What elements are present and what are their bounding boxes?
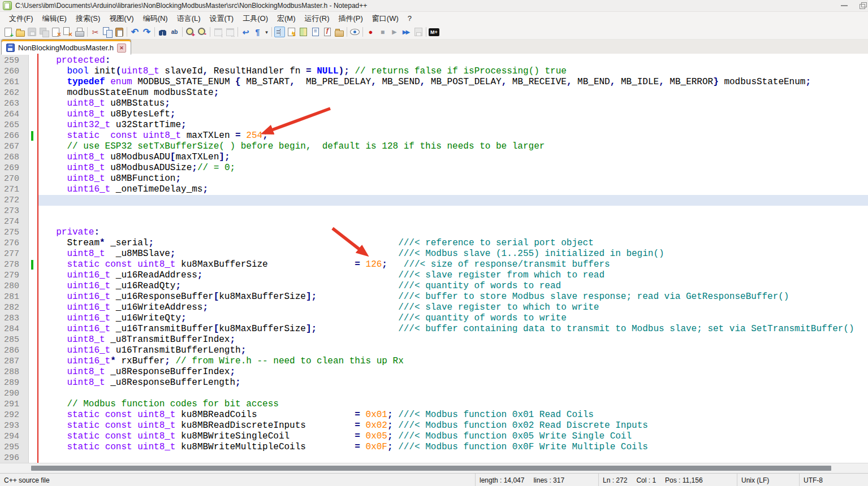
user-defined-language-icon[interactable] [286,27,297,37]
tab-nonblockingmodbusmaster-h[interactable]: NonBlockingModbusMaster.h [1,39,131,55]
marker-margin[interactable] [28,420,37,431]
line-number[interactable]: 269 [0,163,28,173]
marker-margin[interactable] [28,216,37,227]
line-number[interactable]: 287 [0,356,28,367]
line-number[interactable]: 275 [0,227,28,238]
horizontal-scrollbar[interactable] [0,463,868,473]
macro-play-icon[interactable] [389,27,400,37]
function-list-icon[interactable] [322,27,332,37]
code-text[interactable]: protected: [37,55,868,66]
line-number[interactable]: 267 [0,141,28,152]
horizontal-scrollbar-thumb[interactable] [31,466,831,471]
line-number[interactable]: 292 [0,410,28,420]
code-text[interactable] [37,388,868,399]
line-number[interactable]: 289 [0,377,28,388]
marker-margin[interactable] [28,335,37,345]
marker-margin[interactable] [28,410,37,420]
code-text[interactable]: static const uint8_t ku8MaxBufferSize = … [37,259,868,270]
new-file-icon[interactable] [3,27,14,37]
line-number[interactable]: 278 [0,259,28,270]
line-number[interactable]: 270 [0,173,28,184]
marker-margin[interactable] [28,249,37,259]
marker-margin[interactable] [28,109,37,120]
line-number[interactable]: 261 [0,77,28,88]
line-number[interactable]: 262 [0,88,28,98]
line-number[interactable]: 288 [0,367,28,377]
line-number[interactable]: 268 [0,152,28,163]
code-text[interactable]: uint16_t _u16WriteQty; ///< quantity of … [37,313,868,324]
marker-margin[interactable] [28,163,37,173]
code-text[interactable]: uint8_t u8ModbusADU[maxTXLen]; [37,152,868,163]
code-text[interactable]: uint16_t _u16TransmitBuffer[ku8MaxBuffer… [37,324,868,335]
status-encoding[interactable]: UTF-8 [799,474,868,486]
code-text[interactable]: static const uint8_t ku8MBWriteMultipleC… [37,442,868,453]
code-text[interactable]: // use ESP32 setTxBufferSize( ) before b… [37,141,868,152]
close-all-icon[interactable] [62,27,73,37]
find-icon[interactable] [157,27,168,37]
cut-icon[interactable] [90,27,101,37]
line-number[interactable]: 282 [0,302,28,313]
code-text[interactable]: uint8_t _u8MBSlave; ///< Modbus slave (1… [37,249,868,259]
indent-guide-icon[interactable] [274,27,285,37]
code-editor[interactable]: 259 protected:260 bool init(uint8_t slav… [0,54,868,463]
code-text[interactable]: uint16_t _oneTimeDelay_ms; [37,184,868,195]
marker-margin[interactable] [28,302,37,313]
code-text[interactable]: uint16_t _u16WriteAddress; ///< slave re… [37,302,868,313]
menu-item-tools[interactable]: 工具(O) [238,12,273,25]
code-text[interactable]: private: [37,227,868,238]
show-all-characters-icon[interactable] [252,27,263,37]
menu-item-help[interactable]: ? [403,13,416,24]
line-number[interactable]: 266 [0,131,28,141]
line-number[interactable]: 265 [0,120,28,131]
line-number[interactable]: 296 [0,453,28,463]
marker-margin[interactable] [28,173,37,184]
line-number[interactable]: 286 [0,345,28,356]
monitoring-icon[interactable] [349,27,360,37]
marker-margin[interactable] [28,377,37,388]
menu-item-file[interactable]: 文件(F) [5,12,38,25]
menu-item-macro[interactable]: 宏(M) [273,12,300,25]
line-number[interactable]: 260 [0,66,28,77]
code-text[interactable]: uint16_t _u16ReadAddress; ///< slave reg… [37,270,868,281]
marker-margin[interactable] [28,399,37,410]
line-number[interactable]: 272 [0,195,28,206]
redo-icon[interactable] [141,27,152,37]
menu-item-run[interactable]: 运行(R) [300,12,334,25]
marker-margin[interactable] [28,184,37,195]
zoom-in-icon[interactable] [185,27,196,37]
marker-margin[interactable] [28,367,37,377]
code-text[interactable]: typedef enum MODBUS_STATE_ENUM { MB_STAR… [37,77,868,88]
code-text[interactable]: uint16_t u16TransmitBufferLength; [37,345,868,356]
marker-margin[interactable] [28,141,37,152]
line-number[interactable]: 271 [0,184,28,195]
marker-margin[interactable] [28,152,37,163]
marker-margin[interactable] [28,227,37,238]
line-number[interactable]: 281 [0,292,28,302]
sync-vertical-scroll-icon[interactable] [213,27,223,37]
code-text[interactable]: uint8_t u8BytesLeft; [37,109,868,120]
menu-item-settings[interactable]: 设置(T) [205,12,239,25]
line-number[interactable]: 280 [0,281,28,292]
line-number[interactable]: 284 [0,324,28,335]
marker-margin[interactable] [28,98,37,109]
code-text[interactable]: static const uint8_t ku8MBReadCoils = 0x… [37,410,868,420]
marker-margin[interactable] [28,388,37,399]
marker-margin[interactable] [28,88,37,98]
code-text[interactable]: uint8_t u8ModbusADUSize;// = 0; [37,163,868,173]
code-text[interactable]: bool init(uint8_t slaveId, ResultHandler… [37,66,868,77]
code-text[interactable]: uint16_t _u16ReadQty; ///< quantity of w… [37,281,868,292]
code-text[interactable]: modbusStateEnum modbusState; [37,88,868,98]
code-text[interactable] [37,216,868,227]
macro-record-icon[interactable] [365,27,376,37]
marker-margin[interactable] [28,313,37,324]
marker-margin[interactable] [28,206,37,216]
code-text[interactable]: uint8_t _u8ResponseBufferIndex; [37,367,868,377]
line-number[interactable]: 277 [0,249,28,259]
code-text[interactable] [37,206,868,216]
close-icon[interactable] [50,27,61,37]
marker-margin[interactable] [28,345,37,356]
marker-margin[interactable] [28,195,37,206]
marker-margin[interactable] [28,77,37,88]
menu-item-edit[interactable]: 编辑(E) [38,12,71,25]
restore-button[interactable] [853,0,868,11]
